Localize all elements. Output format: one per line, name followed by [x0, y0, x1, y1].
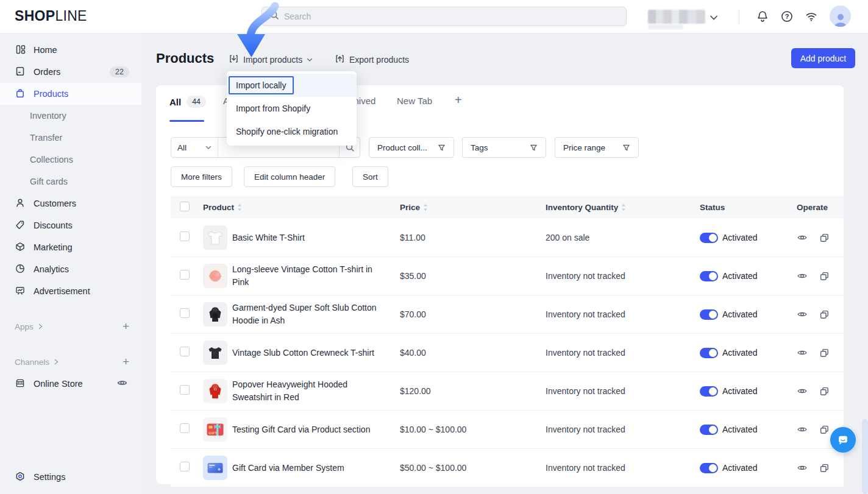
product-title[interactable]: Popover Heavyweight Hooded Sweatshirt in…	[232, 378, 386, 404]
product-title[interactable]: Long-sleeve Vintage Cotton T-shirt in Pi…	[232, 263, 386, 289]
product-thumbnail[interactable]	[203, 379, 227, 403]
sort-button[interactable]: Sort	[352, 166, 388, 187]
product-thumbnail[interactable]	[203, 456, 227, 480]
status-toggle[interactable]	[700, 309, 718, 320]
add-tab-button[interactable]: +	[455, 93, 462, 107]
account-name-redacted[interactable]	[648, 10, 705, 24]
sort-icon[interactable]	[621, 203, 626, 211]
product-thumbnail[interactable]	[203, 302, 227, 326]
product-thumbnail[interactable]	[203, 341, 227, 365]
sidebar-item-home[interactable]: Home	[0, 39, 141, 61]
row-checkbox[interactable]	[180, 423, 190, 433]
sidebar-item-analytics[interactable]: Analytics	[0, 258, 141, 280]
product-thumbnail[interactable]: GIFT	[203, 417, 227, 442]
chat-bubble-icon	[836, 432, 850, 447]
filter-price-range[interactable]: Price range	[555, 137, 639, 158]
sidebar-item-products[interactable]: Products	[0, 83, 141, 105]
duplicate-icon[interactable]	[819, 233, 830, 243]
sort-icon[interactable]	[423, 203, 428, 211]
view-icon[interactable]	[797, 309, 808, 320]
status-toggle[interactable]	[700, 425, 718, 435]
view-icon[interactable]	[797, 232, 808, 243]
search-input[interactable]	[284, 12, 619, 21]
column-header-price[interactable]: Price	[400, 203, 428, 212]
export-products-button[interactable]: Export products	[335, 54, 409, 66]
view-icon[interactable]	[797, 270, 808, 281]
view-icon[interactable]	[797, 386, 808, 397]
view-icon[interactable]	[797, 462, 808, 473]
product-title[interactable]: Gift Card via Member System	[232, 462, 344, 475]
status-toggle[interactable]	[700, 463, 718, 473]
product-title[interactable]: Basic White T-Shirt	[232, 231, 305, 244]
column-header-product[interactable]: Product	[203, 203, 242, 212]
global-search[interactable]	[261, 7, 627, 26]
duplicate-icon[interactable]	[819, 309, 830, 320]
sidebar-item-inventory[interactable]: Inventory	[0, 105, 141, 127]
product-price: $11.00	[400, 233, 425, 242]
status-toggle[interactable]	[700, 271, 718, 281]
product-title[interactable]: Garment-dyed Super Soft Slub Cotton Hood…	[232, 302, 386, 327]
row-checkbox[interactable]	[180, 347, 190, 356]
status-toggle[interactable]	[700, 233, 718, 243]
product-title[interactable]: Testing Gift Card via Product section	[232, 423, 370, 436]
product-thumbnail[interactable]	[203, 225, 227, 250]
sidebar-item-advertisement[interactable]: Advertisement	[0, 280, 141, 302]
duplicate-icon[interactable]	[819, 271, 830, 281]
menu-item-import-locally[interactable]: Import locally	[227, 74, 357, 97]
filter-product-collection[interactable]: Product coll...	[369, 137, 454, 158]
view-store-eye-icon[interactable]	[116, 377, 128, 390]
sidebar-item-customers[interactable]: Customers	[0, 192, 141, 214]
column-header-inventory[interactable]: Inventory Quantity	[546, 203, 626, 212]
product-thumbnail[interactable]	[203, 264, 227, 288]
menu-item-import-from-shopify[interactable]: Import from Shopify	[227, 97, 357, 120]
scrollbar-thumb[interactable]	[862, 419, 868, 494]
chat-launcher-button[interactable]	[830, 427, 856, 453]
sidebar-item-gift-cards[interactable]: Gift cards	[0, 171, 141, 192]
duplicate-icon[interactable]	[819, 348, 830, 358]
sidebar-item-orders[interactable]: Orders 22	[0, 61, 141, 83]
logo-line: LINE	[55, 8, 87, 24]
sidebar-section-apps[interactable]: Apps +	[15, 320, 129, 333]
add-app-icon[interactable]: +	[123, 320, 129, 333]
sidebar-item-discounts[interactable]: Discounts	[0, 214, 141, 236]
duplicate-icon[interactable]	[819, 386, 830, 397]
edit-column-header-button[interactable]: Edit column header	[244, 166, 335, 187]
wifi-icon[interactable]	[805, 10, 818, 26]
chevron-down-icon[interactable]	[710, 12, 718, 23]
sidebar-item-collections[interactable]: Collections	[0, 149, 141, 171]
add-channel-icon[interactable]: +	[123, 355, 129, 369]
select-all-checkbox[interactable]	[180, 202, 190, 211]
sidebar-item-transfer[interactable]: Transfer	[0, 127, 141, 149]
shopline-logo[interactable]: SHOPLINE	[15, 8, 87, 24]
row-checkbox[interactable]	[180, 231, 190, 241]
status-label: Activated	[722, 348, 758, 358]
sort-icon[interactable]	[237, 203, 242, 211]
search-scope-select[interactable]: All	[171, 138, 218, 157]
status-toggle[interactable]	[700, 386, 718, 397]
import-products-button[interactable]: Import products	[229, 54, 313, 66]
tab-all[interactable]: All 44	[169, 96, 206, 108]
avatar[interactable]	[830, 5, 851, 27]
status-toggle[interactable]	[700, 348, 718, 358]
duplicate-icon[interactable]	[819, 425, 830, 435]
sidebar-item-settings[interactable]: Settings	[0, 466, 141, 488]
sidebar-section-channels[interactable]: Channels +	[15, 355, 129, 369]
row-checkbox[interactable]	[180, 270, 190, 280]
status-label: Activated	[722, 425, 758, 434]
bell-icon[interactable]	[756, 10, 769, 26]
tab-new-tab[interactable]: New Tab	[397, 96, 432, 106]
row-checkbox[interactable]	[180, 308, 190, 318]
more-filters-button[interactable]: More filters	[171, 166, 232, 187]
product-title[interactable]: Vintage Slub Cotton Crewneck T-shirt	[232, 347, 374, 359]
view-icon[interactable]	[797, 347, 808, 358]
add-product-button[interactable]: Add product	[791, 48, 855, 68]
menu-item-shopify-one-click-migration[interactable]: Shopify one-click migration	[227, 120, 357, 143]
sidebar-item-online-store[interactable]: Online Store	[0, 373, 141, 395]
help-icon[interactable]: ?	[780, 10, 794, 26]
row-checkbox[interactable]	[180, 462, 190, 471]
view-icon[interactable]	[797, 424, 808, 435]
sidebar-item-marketing[interactable]: Marketing	[0, 236, 141, 258]
duplicate-icon[interactable]	[819, 463, 830, 473]
row-checkbox[interactable]	[180, 385, 190, 395]
filter-tags[interactable]: Tags	[462, 137, 546, 158]
